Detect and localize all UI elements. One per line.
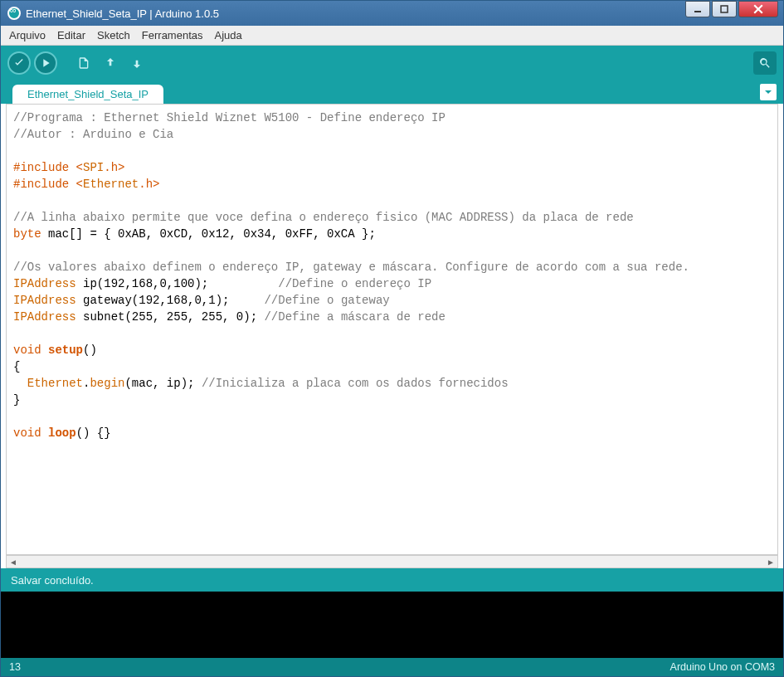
menubar: Arquivo Editar Sketch Ferramentas Ajuda <box>1 26 783 46</box>
console-output[interactable] <box>1 592 783 658</box>
code-token: () <box>83 343 97 357</box>
window-title: Ethernet_Shield_Seta_IP | Arduino 1.0.5 <box>26 7 685 20</box>
code-token: SPI <box>83 161 104 174</box>
code-token: begin <box>90 377 124 390</box>
status-bar: Salvar concluído. <box>1 568 783 592</box>
close-button[interactable] <box>738 1 778 17</box>
tab-active[interactable]: Ethernet_Shield_Seta_IP <box>12 85 163 104</box>
code-token: .h> <box>104 161 124 174</box>
code-token: void <box>13 426 41 440</box>
svg-rect-1 <box>721 6 728 12</box>
code-editor[interactable]: //Programa : Ethernet Shield Wiznet W510… <box>7 105 777 554</box>
code-token <box>41 426 48 440</box>
open-sketch-button[interactable] <box>99 51 122 75</box>
code-token: setup <box>48 343 83 357</box>
code-token: mac[] = { 0xAB, 0xCD, 0x12, 0x34, 0xFF, … <box>41 227 376 241</box>
menu-ferramentas[interactable]: Ferramentas <box>142 29 203 41</box>
code-token <box>41 343 48 357</box>
toolbar <box>1 46 783 80</box>
code-line: //Autor : Arduino e Cia <box>13 128 173 141</box>
menu-arquivo[interactable]: Arquivo <box>9 29 46 41</box>
code-token: (mac, ip); <box>124 377 201 390</box>
serial-monitor-button[interactable] <box>753 51 777 75</box>
code-line: //A linha abaixo permite que voce defina… <box>13 211 634 224</box>
verify-button[interactable] <box>7 51 31 75</box>
code-token: Ethernet <box>83 178 139 191</box>
code-token: ip(192,168,0,100); <box>76 277 279 290</box>
save-sketch-button[interactable] <box>125 51 149 75</box>
upload-button[interactable] <box>34 51 57 75</box>
code-token: void <box>13 343 41 357</box>
minimize-button[interactable] <box>685 1 710 17</box>
arduino-ide-window: Ethernet_Shield_Seta_IP | Arduino 1.0.5 … <box>0 0 784 677</box>
code-token: //Define o gateway <box>264 294 389 307</box>
code-token: #include < <box>13 161 83 174</box>
code-line: { <box>13 360 20 373</box>
code-token: byte <box>13 227 41 241</box>
editor-container: //Programa : Ethernet Shield Wiznet W510… <box>6 104 778 555</box>
code-token <box>13 377 27 390</box>
footer-bar: 13 Arduino Uno on COM3 <box>1 658 783 676</box>
code-token: //Define o endereço IP <box>278 277 431 290</box>
scroll-right-icon[interactable]: ► <box>764 556 777 567</box>
line-number: 13 <box>9 661 21 673</box>
maximize-button[interactable] <box>712 1 737 17</box>
code-token: .h> <box>139 178 159 191</box>
menu-ajuda[interactable]: Ajuda <box>215 29 242 41</box>
code-token: #include < <box>13 178 83 191</box>
code-line: //Programa : Ethernet Shield Wiznet W510… <box>13 111 446 124</box>
board-port-label: Arduino Uno on COM3 <box>670 661 775 673</box>
menu-editar[interactable]: Editar <box>57 29 85 41</box>
tabbar: Ethernet_Shield_Seta_IP <box>1 80 783 104</box>
code-token: IPAddress <box>13 294 76 307</box>
code-token: subnet(255, 255, 255, 0); <box>76 310 265 324</box>
code-token: //Define a máscara de rede <box>264 310 445 324</box>
new-sketch-button[interactable] <box>72 51 95 75</box>
code-token: //Inicializa a placa com os dados fornec… <box>202 377 509 390</box>
tab-dropdown-button[interactable] <box>760 84 777 100</box>
window-controls <box>685 1 783 19</box>
code-token: loop <box>48 426 76 440</box>
code-token: () {} <box>76 426 111 440</box>
arduino-app-icon <box>7 7 21 20</box>
status-message: Salvar concluído. <box>11 574 94 587</box>
code-token: gateway(192,168,0,1); <box>76 294 265 307</box>
code-token: IPAddress <box>13 277 76 290</box>
titlebar: Ethernet_Shield_Seta_IP | Arduino 1.0.5 <box>1 1 783 26</box>
code-token: Ethernet <box>27 377 83 390</box>
svg-rect-0 <box>694 11 701 12</box>
code-token: IPAddress <box>13 310 76 324</box>
code-line: } <box>13 393 20 407</box>
menu-sketch[interactable]: Sketch <box>97 29 130 41</box>
horizontal-scrollbar[interactable]: ◄ ► <box>6 555 778 568</box>
code-line: //Os valores abaixo definem o endereço I… <box>13 261 689 274</box>
scroll-left-icon[interactable]: ◄ <box>7 556 20 567</box>
